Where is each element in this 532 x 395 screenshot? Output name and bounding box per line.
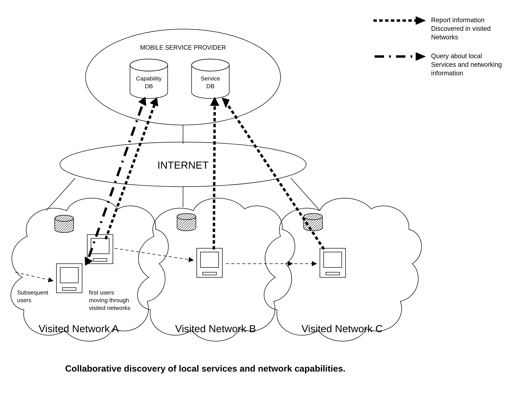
svg-line-38: [89, 106, 142, 257]
svg-point-26: [177, 214, 196, 220]
subsequent-line1: Subsequent: [17, 289, 48, 296]
legend-dashdot-line2: Services and networking: [431, 61, 502, 68]
cloud-c: Visited Network C: [264, 198, 422, 341]
capability-db-line2: DB: [145, 83, 153, 89]
legend-dashdot-line3: information: [431, 70, 463, 77]
arrow-report-a: [106, 97, 158, 238]
svg-line-41: [106, 106, 154, 238]
svg-line-35: [115, 248, 193, 260]
svg-point-10: [192, 59, 229, 71]
first-line3: visited networks: [89, 305, 130, 311]
service-db-line2: DB: [206, 83, 214, 89]
svg-rect-20: [93, 258, 107, 261]
computer-c: [320, 248, 345, 277]
svg-rect-28: [200, 252, 219, 268]
cloud-b-db-icon: [177, 214, 196, 231]
service-db-icon: Service DB: [192, 59, 229, 99]
svg-rect-22: [60, 268, 78, 283]
capability-db-icon: Capability DB: [130, 59, 168, 99]
svg-rect-33: [324, 252, 342, 268]
svg-marker-5: [416, 52, 426, 61]
svg-line-43: [214, 106, 215, 248]
svg-rect-19: [91, 238, 109, 254]
svg-line-13: [46, 178, 75, 211]
cloud-b: Visited Network B: [138, 198, 295, 341]
legend-dotted-line3: Networks: [431, 33, 458, 41]
legend-dashdot-line1: Query about local: [431, 52, 482, 60]
legend: Report information Discovered in visited…: [375, 16, 502, 77]
cloud-b-label: Visited Network B: [175, 323, 256, 335]
cloud-a: Visited Network A Subsequent users first…: [11, 198, 168, 341]
cloud-a-db-icon: [55, 215, 74, 232]
svg-marker-3: [416, 16, 426, 25]
provider-title: MOBILE SERVICE PROVIDER: [140, 44, 226, 51]
cloud-a-label: Visited Network A: [38, 323, 119, 335]
svg-point-8: [130, 59, 168, 71]
svg-rect-29: [203, 272, 216, 275]
caption: Collaborative discovery of local service…: [65, 363, 345, 373]
first-line1: first users: [89, 289, 114, 296]
service-db-line1: Service: [201, 75, 220, 82]
svg-point-31: [304, 214, 322, 220]
computer-b: [197, 248, 222, 277]
cloud-c-label: Visited Network C: [301, 323, 383, 335]
svg-line-15: [291, 178, 320, 211]
svg-rect-34: [326, 272, 339, 275]
svg-point-17: [55, 215, 74, 221]
diagram-canvas: Report information Discovered in visited…: [0, 0, 532, 395]
svg-point-6: [86, 29, 280, 125]
subsequent-line2: users: [17, 297, 31, 303]
computer-a-subsequent: [56, 264, 82, 293]
capability-db-line1: Capability: [136, 75, 161, 82]
legend-dotted-line1: Report information: [431, 16, 485, 24]
arrow-report-b: [210, 97, 219, 248]
svg-rect-23: [62, 288, 76, 290]
internet-label: INTERNET: [157, 159, 209, 171]
first-line2: moving through: [89, 297, 129, 303]
provider-ellipse: MOBILE SERVICE PROVIDER Capability DB Se…: [86, 29, 280, 125]
legend-dotted-line2: Discovered in visited: [431, 25, 491, 32]
internet-ellipse: INTERNET: [60, 142, 306, 187]
